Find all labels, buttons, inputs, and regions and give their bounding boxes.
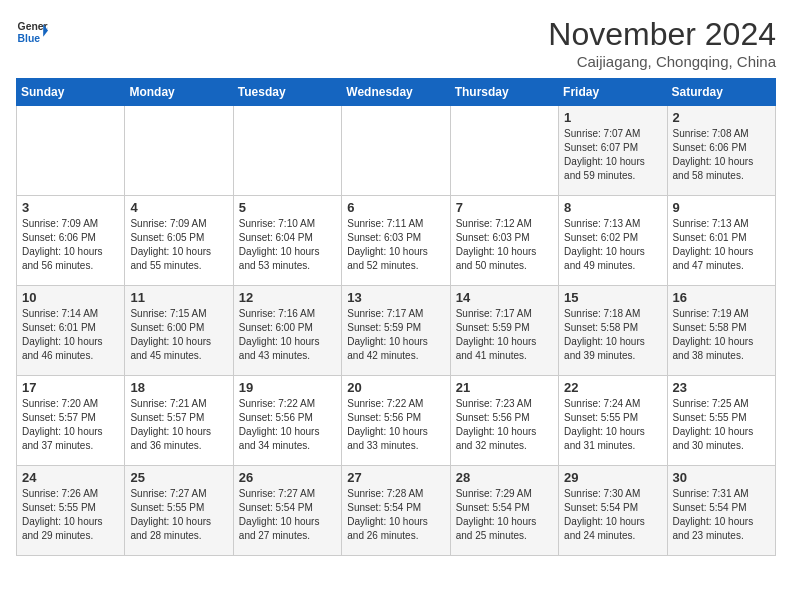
day-number: 30 [673, 470, 770, 485]
calendar-cell: 13Sunrise: 7:17 AMSunset: 5:59 PMDayligh… [342, 286, 450, 376]
day-info: Sunrise: 7:24 AMSunset: 5:55 PMDaylight:… [564, 397, 661, 453]
day-info: Sunrise: 7:17 AMSunset: 5:59 PMDaylight:… [347, 307, 444, 363]
day-info: Sunrise: 7:21 AMSunset: 5:57 PMDaylight:… [130, 397, 227, 453]
calendar-cell: 20Sunrise: 7:22 AMSunset: 5:56 PMDayligh… [342, 376, 450, 466]
calendar-week-row: 10Sunrise: 7:14 AMSunset: 6:01 PMDayligh… [17, 286, 776, 376]
calendar-day-header: Friday [559, 79, 667, 106]
day-number: 12 [239, 290, 336, 305]
calendar-cell: 12Sunrise: 7:16 AMSunset: 6:00 PMDayligh… [233, 286, 341, 376]
day-number: 10 [22, 290, 119, 305]
day-info: Sunrise: 7:28 AMSunset: 5:54 PMDaylight:… [347, 487, 444, 543]
day-info: Sunrise: 7:09 AMSunset: 6:06 PMDaylight:… [22, 217, 119, 273]
day-number: 9 [673, 200, 770, 215]
calendar-cell: 1Sunrise: 7:07 AMSunset: 6:07 PMDaylight… [559, 106, 667, 196]
page-header: General Blue November 2024 Caijiagang, C… [16, 16, 776, 70]
location-subtitle: Caijiagang, Chongqing, China [548, 53, 776, 70]
day-number: 29 [564, 470, 661, 485]
calendar-cell: 18Sunrise: 7:21 AMSunset: 5:57 PMDayligh… [125, 376, 233, 466]
day-number: 21 [456, 380, 553, 395]
calendar-cell: 21Sunrise: 7:23 AMSunset: 5:56 PMDayligh… [450, 376, 558, 466]
calendar-cell [342, 106, 450, 196]
calendar-cell: 8Sunrise: 7:13 AMSunset: 6:02 PMDaylight… [559, 196, 667, 286]
calendar-week-row: 24Sunrise: 7:26 AMSunset: 5:55 PMDayligh… [17, 466, 776, 556]
calendar-cell: 30Sunrise: 7:31 AMSunset: 5:54 PMDayligh… [667, 466, 775, 556]
day-number: 23 [673, 380, 770, 395]
day-info: Sunrise: 7:16 AMSunset: 6:00 PMDaylight:… [239, 307, 336, 363]
calendar-cell [450, 106, 558, 196]
calendar-cell [125, 106, 233, 196]
calendar-cell: 3Sunrise: 7:09 AMSunset: 6:06 PMDaylight… [17, 196, 125, 286]
calendar-week-row: 1Sunrise: 7:07 AMSunset: 6:07 PMDaylight… [17, 106, 776, 196]
day-number: 14 [456, 290, 553, 305]
day-number: 5 [239, 200, 336, 215]
calendar-cell: 23Sunrise: 7:25 AMSunset: 5:55 PMDayligh… [667, 376, 775, 466]
day-number: 13 [347, 290, 444, 305]
day-info: Sunrise: 7:20 AMSunset: 5:57 PMDaylight:… [22, 397, 119, 453]
calendar-cell: 9Sunrise: 7:13 AMSunset: 6:01 PMDaylight… [667, 196, 775, 286]
day-info: Sunrise: 7:26 AMSunset: 5:55 PMDaylight:… [22, 487, 119, 543]
calendar-cell: 27Sunrise: 7:28 AMSunset: 5:54 PMDayligh… [342, 466, 450, 556]
day-info: Sunrise: 7:19 AMSunset: 5:58 PMDaylight:… [673, 307, 770, 363]
calendar-week-row: 17Sunrise: 7:20 AMSunset: 5:57 PMDayligh… [17, 376, 776, 466]
day-info: Sunrise: 7:31 AMSunset: 5:54 PMDaylight:… [673, 487, 770, 543]
day-info: Sunrise: 7:13 AMSunset: 6:01 PMDaylight:… [673, 217, 770, 273]
month-title: November 2024 [548, 16, 776, 53]
day-number: 15 [564, 290, 661, 305]
calendar-cell: 14Sunrise: 7:17 AMSunset: 5:59 PMDayligh… [450, 286, 558, 376]
day-info: Sunrise: 7:29 AMSunset: 5:54 PMDaylight:… [456, 487, 553, 543]
day-number: 6 [347, 200, 444, 215]
day-number: 2 [673, 110, 770, 125]
day-info: Sunrise: 7:25 AMSunset: 5:55 PMDaylight:… [673, 397, 770, 453]
day-info: Sunrise: 7:23 AMSunset: 5:56 PMDaylight:… [456, 397, 553, 453]
calendar-cell: 16Sunrise: 7:19 AMSunset: 5:58 PMDayligh… [667, 286, 775, 376]
day-info: Sunrise: 7:07 AMSunset: 6:07 PMDaylight:… [564, 127, 661, 183]
day-number: 18 [130, 380, 227, 395]
calendar-day-header: Monday [125, 79, 233, 106]
calendar-cell: 26Sunrise: 7:27 AMSunset: 5:54 PMDayligh… [233, 466, 341, 556]
calendar-cell: 4Sunrise: 7:09 AMSunset: 6:05 PMDaylight… [125, 196, 233, 286]
day-info: Sunrise: 7:11 AMSunset: 6:03 PMDaylight:… [347, 217, 444, 273]
calendar-cell: 25Sunrise: 7:27 AMSunset: 5:55 PMDayligh… [125, 466, 233, 556]
day-number: 20 [347, 380, 444, 395]
title-block: November 2024 Caijiagang, Chongqing, Chi… [548, 16, 776, 70]
calendar-day-header: Tuesday [233, 79, 341, 106]
day-number: 25 [130, 470, 227, 485]
day-info: Sunrise: 7:30 AMSunset: 5:54 PMDaylight:… [564, 487, 661, 543]
calendar-day-header: Sunday [17, 79, 125, 106]
logo-icon: General Blue [16, 16, 48, 48]
day-number: 19 [239, 380, 336, 395]
calendar-cell: 29Sunrise: 7:30 AMSunset: 5:54 PMDayligh… [559, 466, 667, 556]
day-info: Sunrise: 7:27 AMSunset: 5:54 PMDaylight:… [239, 487, 336, 543]
day-info: Sunrise: 7:12 AMSunset: 6:03 PMDaylight:… [456, 217, 553, 273]
logo: General Blue [16, 16, 48, 48]
calendar-cell: 24Sunrise: 7:26 AMSunset: 5:55 PMDayligh… [17, 466, 125, 556]
day-info: Sunrise: 7:18 AMSunset: 5:58 PMDaylight:… [564, 307, 661, 363]
calendar-cell: 2Sunrise: 7:08 AMSunset: 6:06 PMDaylight… [667, 106, 775, 196]
day-info: Sunrise: 7:14 AMSunset: 6:01 PMDaylight:… [22, 307, 119, 363]
day-number: 24 [22, 470, 119, 485]
calendar-day-header: Saturday [667, 79, 775, 106]
day-number: 8 [564, 200, 661, 215]
calendar-cell: 5Sunrise: 7:10 AMSunset: 6:04 PMDaylight… [233, 196, 341, 286]
day-info: Sunrise: 7:22 AMSunset: 5:56 PMDaylight:… [239, 397, 336, 453]
day-number: 17 [22, 380, 119, 395]
day-info: Sunrise: 7:09 AMSunset: 6:05 PMDaylight:… [130, 217, 227, 273]
calendar-cell: 10Sunrise: 7:14 AMSunset: 6:01 PMDayligh… [17, 286, 125, 376]
calendar-cell [233, 106, 341, 196]
calendar-cell: 6Sunrise: 7:11 AMSunset: 6:03 PMDaylight… [342, 196, 450, 286]
calendar-table: SundayMondayTuesdayWednesdayThursdayFrid… [16, 78, 776, 556]
day-number: 11 [130, 290, 227, 305]
day-info: Sunrise: 7:17 AMSunset: 5:59 PMDaylight:… [456, 307, 553, 363]
calendar-day-header: Wednesday [342, 79, 450, 106]
day-number: 1 [564, 110, 661, 125]
svg-text:Blue: Blue [18, 33, 41, 44]
day-number: 4 [130, 200, 227, 215]
calendar-cell: 7Sunrise: 7:12 AMSunset: 6:03 PMDaylight… [450, 196, 558, 286]
calendar-cell: 15Sunrise: 7:18 AMSunset: 5:58 PMDayligh… [559, 286, 667, 376]
calendar-day-header: Thursday [450, 79, 558, 106]
day-info: Sunrise: 7:13 AMSunset: 6:02 PMDaylight:… [564, 217, 661, 273]
day-number: 22 [564, 380, 661, 395]
calendar-cell [17, 106, 125, 196]
day-number: 28 [456, 470, 553, 485]
calendar-cell: 11Sunrise: 7:15 AMSunset: 6:00 PMDayligh… [125, 286, 233, 376]
